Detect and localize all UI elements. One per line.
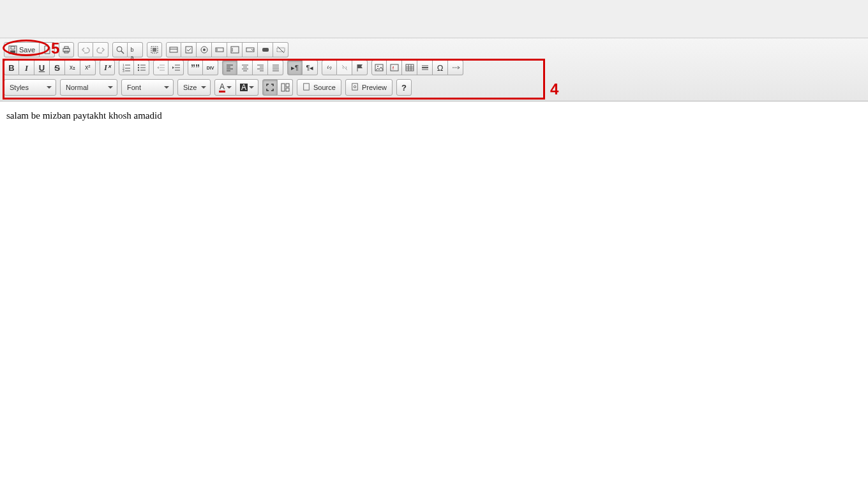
- maximize-icon: [266, 83, 274, 92]
- svg-rect-61: [391, 64, 398, 71]
- quote-icon: ””: [191, 63, 200, 72]
- source-button[interactable]: Source: [297, 79, 341, 96]
- about-button[interactable]: ?: [396, 79, 412, 96]
- rtl-button[interactable]: ¶◂: [303, 60, 318, 75]
- radio-button[interactable]: [197, 42, 212, 57]
- maximize-button[interactable]: [262, 79, 278, 96]
- text-color-button[interactable]: A: [214, 79, 236, 96]
- styles-combo[interactable]: Styles: [4, 79, 56, 96]
- svg-point-77: [354, 85, 355, 87]
- font-combo-label: Font: [127, 84, 141, 91]
- textfield-button[interactable]: [212, 42, 227, 57]
- creatediv-button[interactable]: DIV: [203, 60, 218, 75]
- svg-rect-73: [286, 84, 289, 87]
- show-blocks-button[interactable]: [278, 79, 293, 96]
- ltr-icon: ▸¶: [291, 64, 299, 71]
- select-all-button[interactable]: [147, 42, 162, 57]
- svg-point-6: [117, 47, 122, 52]
- svg-rect-74: [286, 88, 289, 91]
- radio-icon: [200, 45, 209, 54]
- indent-button[interactable]: [168, 60, 184, 75]
- strike-button[interactable]: S: [50, 60, 65, 75]
- svg-rect-9: [153, 48, 156, 52]
- save-button[interactable]: Save: [4, 42, 40, 57]
- omega-icon: Ω: [437, 64, 444, 72]
- size-combo[interactable]: Size: [177, 79, 211, 96]
- align-right-button[interactable]: [253, 60, 268, 75]
- svg-line-7: [121, 51, 124, 54]
- question-icon: ?: [401, 84, 407, 92]
- hiddenfield-icon: [276, 45, 285, 54]
- preview-button[interactable]: Preview: [345, 79, 393, 96]
- align-justify-button[interactable]: [268, 60, 283, 75]
- select-button[interactable]: [243, 42, 258, 57]
- bullet-list-icon: [137, 63, 146, 72]
- search-icon: [116, 45, 124, 54]
- superscript-button[interactable]: x²: [80, 60, 96, 75]
- horizontal-rule-button[interactable]: [417, 60, 433, 75]
- special-char-button[interactable]: Ω: [433, 60, 448, 75]
- table-button[interactable]: [402, 60, 417, 75]
- unlink-button[interactable]: [337, 60, 352, 75]
- bold-icon: B: [8, 64, 14, 72]
- subscript-button[interactable]: x₂: [65, 60, 80, 75]
- anchor-button[interactable]: [352, 60, 368, 75]
- bullet-list-button[interactable]: [134, 60, 149, 75]
- outdent-icon: [156, 63, 165, 72]
- form-icon: [169, 45, 178, 54]
- align-justify-icon: [271, 63, 280, 72]
- align-center-button[interactable]: [237, 60, 253, 75]
- font-combo[interactable]: Font: [121, 79, 174, 96]
- replace-button[interactable]: ba: [128, 42, 143, 57]
- hiddenfield-button[interactable]: [273, 42, 288, 57]
- italic-button[interactable]: I: [19, 60, 34, 75]
- bg-color-button[interactable]: A: [236, 79, 258, 96]
- svg-rect-20: [262, 48, 269, 52]
- underline-icon: U: [39, 64, 45, 72]
- ltr-button[interactable]: ▸¶: [287, 60, 303, 75]
- undo-button[interactable]: [78, 42, 93, 57]
- textarea-icon: [230, 45, 239, 54]
- checkbox-button[interactable]: [181, 42, 197, 57]
- button-icon: [261, 45, 270, 54]
- rtl-icon: ¶◂: [306, 64, 314, 71]
- align-center-icon: [241, 63, 250, 72]
- editor-toolbar: Save: [0, 38, 868, 101]
- page-break-button[interactable]: [448, 60, 463, 75]
- textarea-button[interactable]: [227, 42, 243, 57]
- print-button[interactable]: [59, 42, 74, 57]
- numbered-list-icon: 123: [122, 63, 131, 72]
- link-button[interactable]: [322, 60, 337, 75]
- svg-point-60: [377, 66, 378, 67]
- remove-format-icon: Iˣ: [104, 64, 110, 71]
- preview-icon: [351, 83, 360, 92]
- bold-button[interactable]: B: [4, 60, 19, 75]
- floppy-disk-icon: [8, 45, 17, 54]
- remove-format-button[interactable]: Iˣ: [100, 60, 115, 75]
- underline-button[interactable]: U: [34, 60, 50, 75]
- table-icon: [405, 63, 414, 72]
- outdent-button[interactable]: [153, 60, 168, 75]
- svg-rect-19: [246, 48, 254, 52]
- form-button[interactable]: [166, 42, 181, 57]
- header-bar: [0, 0, 868, 38]
- numbered-list-button[interactable]: 123: [119, 60, 134, 75]
- find-button[interactable]: [112, 42, 128, 57]
- svg-point-29: [137, 64, 138, 66]
- text-color-icon: A: [219, 83, 225, 93]
- blockquote-button[interactable]: ””: [188, 60, 203, 75]
- flash-button[interactable]: f: [387, 60, 402, 75]
- page-break-icon: [451, 63, 460, 72]
- editor-content[interactable]: salam be mizban paytakht khosh amadid: [0, 101, 868, 130]
- image-button[interactable]: [371, 60, 387, 75]
- format-combo[interactable]: Normal: [60, 79, 117, 96]
- strike-icon: S: [54, 64, 60, 72]
- image-icon: [375, 63, 384, 72]
- align-left-button[interactable]: [222, 60, 237, 75]
- button-button[interactable]: [258, 42, 273, 57]
- link-icon: [325, 63, 334, 72]
- svg-point-14: [203, 48, 206, 51]
- redo-button[interactable]: [93, 42, 108, 57]
- svg-rect-63: [406, 64, 414, 71]
- align-left-icon: [225, 63, 234, 72]
